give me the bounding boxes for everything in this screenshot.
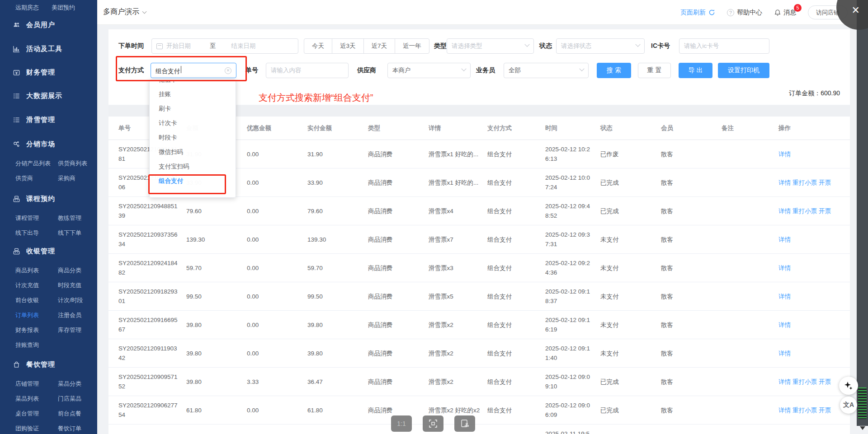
sidebar-item[interactable]: 菜品分类 (58, 379, 97, 394)
sidebar-item-yuanqifangtai[interactable]: 远期房态 (15, 4, 39, 12)
scrollbar-thumb[interactable] (858, 387, 867, 419)
dropdown-option[interactable]: 刷卡 (150, 102, 236, 116)
quick-date-button[interactable]: 近3天 (332, 38, 364, 54)
cell-amount: 39.80 (186, 377, 247, 387)
clear-icon[interactable]: ✕ (225, 67, 231, 74)
sidebar-section-title[interactable]: 大数据展示 (0, 92, 97, 100)
dropdown-option[interactable]: 组合支付 (150, 174, 236, 188)
sidebar-item[interactable]: 挂账查询 (15, 341, 58, 355)
action-link[interactable]: 重打小票 (793, 179, 817, 186)
sidebar-item[interactable]: 时段充值 (58, 281, 97, 296)
action-link[interactable]: 重打小票 (793, 407, 817, 414)
status-select[interactable]: 请选择状态 (556, 38, 645, 54)
pay-method-input[interactable]: 组合支付 ✕ (151, 63, 236, 78)
action-link[interactable]: 详情 (778, 378, 791, 385)
sidebar-section-title[interactable]: 餐饮管理 (0, 360, 97, 369)
quick-date-button[interactable]: 近一年 (395, 38, 429, 54)
capture-button[interactable] (454, 415, 475, 432)
sidebar-section-title[interactable]: 课程预约 (0, 195, 97, 203)
action-link[interactable]: 开票 (819, 378, 831, 385)
question-icon: ? (727, 9, 734, 16)
dropdown-option[interactable]: 微信扫码 (150, 145, 236, 159)
close-icon[interactable]: ✕ (852, 5, 860, 16)
action-link[interactable]: 详情 (778, 407, 791, 414)
translate-button[interactable]: 文A (840, 397, 857, 414)
supplier-select[interactable]: 本商户 (387, 63, 471, 78)
quick-date-button[interactable]: 近7天 (363, 38, 396, 54)
sidebar-item[interactable]: 餐饮订单 (58, 424, 97, 434)
cell-actions: 详情 (778, 292, 840, 301)
sidebar-item[interactable]: 计次/时段 (58, 296, 97, 311)
action-link[interactable]: 开票 (819, 407, 831, 414)
one-to-one-button[interactable]: 1:1 (391, 415, 412, 432)
quick-date-button[interactable]: 今天 (304, 38, 332, 54)
action-link[interactable]: 详情 (778, 265, 791, 271)
scroll-down-arrow[interactable] (860, 426, 865, 430)
scrollbar-track[interactable] (857, 0, 868, 426)
reset-button[interactable]: 重 置 (638, 63, 671, 78)
sidebar-item[interactable]: 教练管理 (58, 214, 97, 229)
cell-status: 已完成 (600, 206, 661, 216)
merchant-switcher[interactable]: 多商户演示 (103, 7, 146, 17)
sidebar-item[interactable]: 门店菜品 (58, 394, 97, 409)
sidebar-item[interactable]: 分销产品列表 (15, 159, 58, 174)
action-link[interactable]: 详情 (778, 350, 791, 357)
sidebar-item[interactable]: 团购验证 (15, 424, 58, 434)
sidebar-item[interactable]: 注册会员 (58, 311, 97, 326)
sidebar-item[interactable]: 线下下单 (58, 229, 97, 243)
sidebar-item[interactable]: 前台点餐 (58, 409, 97, 424)
salesman-label: 业务员 (476, 66, 495, 75)
sidebar-section-title[interactable]: 滑雪管理 (0, 116, 97, 124)
action-link[interactable]: 详情 (778, 151, 791, 158)
dropdown-option[interactable]: 储值卡 (150, 79, 236, 87)
action-link[interactable]: 重打小票 (793, 208, 817, 215)
salesman-select[interactable]: 全部 (504, 63, 589, 78)
sidebar-section-title[interactable]: 会员用户 (0, 21, 97, 29)
sidebar-item[interactable]: 线下出导 (15, 229, 58, 243)
messages-button[interactable]: 消息 5 (774, 9, 796, 17)
action-link[interactable]: 开票 (819, 179, 831, 186)
order-no-input[interactable]: 请输入内容 (266, 63, 349, 78)
help-center-button[interactable]: ? 帮助中心 (727, 9, 762, 17)
sidebar-item[interactable]: 前台收银 (15, 296, 58, 311)
export-button[interactable]: 导 出 (679, 63, 712, 78)
type-select[interactable]: 请选择类型 (447, 38, 534, 54)
action-link[interactable]: 详情 (778, 179, 791, 186)
sidebar-item[interactable]: 桌台管理 (15, 409, 58, 424)
dropdown-option[interactable]: 挂账 (150, 87, 236, 102)
action-link[interactable]: 重打小票 (793, 378, 817, 385)
action-link[interactable]: 详情 (778, 208, 791, 215)
dropdown-option[interactable]: 计次卡 (150, 116, 236, 131)
sidebar-section-title[interactable]: 收银管理 (0, 247, 97, 256)
sidebar-item[interactable]: 课程管理 (15, 214, 58, 229)
date-range-input[interactable]: 开始日期 至 结束日期 (151, 38, 298, 54)
page-refresh-button[interactable]: 页面刷新 (680, 9, 715, 17)
sidebar-item-meituanyuyue[interactable]: 美团预约 (52, 4, 75, 12)
action-link[interactable]: 详情 (778, 322, 791, 328)
sidebar-item[interactable]: 供货商 (15, 174, 58, 189)
sidebar-item[interactable]: 计次充值 (15, 281, 58, 296)
supplier-value: 本商户 (392, 66, 411, 75)
ic-card-input[interactable]: 请输入ic卡号 (679, 38, 769, 54)
sidebar-item[interactable]: 采购商 (58, 174, 97, 189)
search-button[interactable]: 搜 索 (597, 63, 631, 78)
action-link[interactable]: 详情 (778, 236, 791, 243)
sidebar-section-title[interactable]: 活动及工具 (0, 45, 97, 53)
action-link[interactable]: 详情 (778, 293, 791, 300)
dropdown-option[interactable]: 支付宝扫码 (150, 159, 236, 174)
dropdown-option[interactable]: 时段卡 (150, 131, 236, 145)
sidebar-item[interactable]: 库存管理 (58, 326, 97, 341)
fit-screen-button[interactable] (423, 415, 443, 432)
sidebar-item[interactable]: 菜品列表 (15, 394, 58, 409)
sidebar-section-title[interactable]: 财务管理 (0, 68, 97, 77)
sidebar-item[interactable]: 供货商列表 (58, 159, 97, 174)
sidebar-section-title[interactable]: 分销市场 (0, 140, 97, 149)
sidebar-item[interactable]: 商品分类 (58, 266, 97, 281)
printer-setup-button[interactable]: 设置打印机 (718, 63, 769, 78)
sidebar-item[interactable]: 财务报表 (15, 326, 58, 341)
action-link[interactable]: 开票 (819, 208, 831, 215)
sidebar-item[interactable]: 订单列表 (15, 311, 58, 326)
sidebar-item[interactable]: 店铺管理 (15, 379, 58, 394)
ai-assistant-button[interactable] (839, 377, 858, 395)
sidebar-item[interactable]: 商品列表 (15, 266, 58, 281)
